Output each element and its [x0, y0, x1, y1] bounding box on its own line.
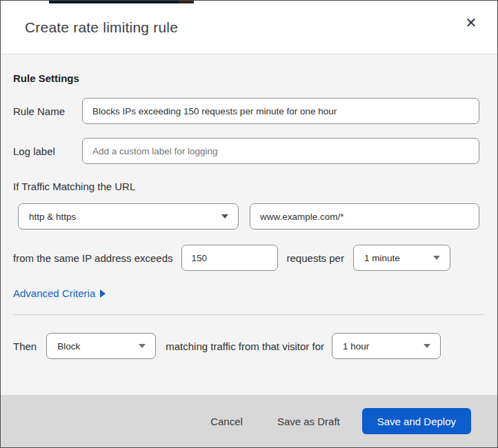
chevron-down-icon [424, 344, 430, 348]
period-select-value: 1 minute [364, 253, 400, 263]
threshold-suffix-text: requests per [287, 252, 344, 264]
chevron-down-icon [221, 214, 228, 218]
url-input[interactable] [250, 203, 479, 230]
advanced-criteria-label: Advanced Criteria [13, 287, 95, 299]
log-label-label: Log label [13, 145, 82, 157]
save-and-deploy-button[interactable]: Save and Deploy [362, 408, 471, 434]
chevron-down-icon [139, 344, 146, 348]
log-label-input[interactable] [82, 138, 479, 164]
action-select[interactable]: Block [46, 333, 156, 359]
action-middle-text: matching traffic from that visitor for [166, 340, 324, 352]
background-page-strip-navy [49, 1, 179, 3]
duration-select-value: 1 hour [343, 341, 369, 352]
dialog-body: Rule Settings Rule Name Log label If Tra… [1, 54, 497, 395]
url-match-row: http & https [18, 203, 479, 230]
period-select[interactable]: 1 minute [353, 245, 450, 271]
dialog-header: Create rate limiting rule ✕ [1, 1, 497, 54]
advanced-criteria-link[interactable]: Advanced Criteria [13, 287, 106, 299]
chevron-down-icon [433, 256, 440, 260]
dialog-title: Create rate limiting rule [25, 19, 178, 36]
request-threshold-input[interactable] [181, 245, 278, 271]
action-row: Then Block matching traffic from that vi… [13, 333, 479, 359]
chevron-right-icon [100, 289, 106, 298]
background-page-strip-maroon [179, 1, 194, 3]
then-label: Then [13, 340, 37, 352]
traffic-match-intro: If Traffic Matching the URL [13, 181, 479, 192]
duration-select[interactable]: 1 hour [332, 333, 441, 359]
action-select-value: Block [57, 341, 80, 352]
log-label-row: Log label [13, 138, 479, 164]
create-rate-limiting-rule-dialog: Create rate limiting rule ✕ Rule Setting… [0, 0, 498, 448]
dialog-footer: Cancel Save as Draft Save and Deploy [1, 395, 497, 447]
rule-name-row: Rule Name [13, 98, 479, 124]
threshold-prefix-text: from the same IP address exceeds [13, 252, 173, 264]
close-icon[interactable]: ✕ [461, 13, 481, 32]
rule-name-input[interactable] [82, 98, 479, 124]
scheme-select[interactable]: http & https [18, 203, 239, 230]
scheme-select-value: http & https [29, 212, 76, 222]
threshold-row: from the same IP address exceeds request… [13, 245, 479, 271]
section-divider [13, 314, 485, 315]
rule-name-label: Rule Name [13, 105, 82, 117]
cancel-button[interactable]: Cancel [208, 410, 246, 433]
rule-settings-heading: Rule Settings [13, 72, 479, 84]
save-as-draft-button[interactable]: Save as Draft [275, 410, 343, 433]
